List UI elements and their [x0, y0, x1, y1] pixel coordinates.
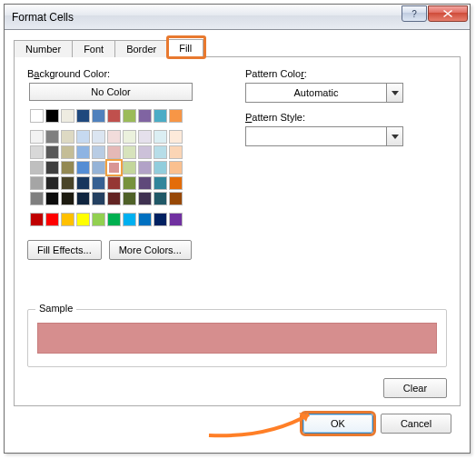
- dialog-footer: OK Cancel: [14, 406, 461, 443]
- color-swatch[interactable]: [138, 145, 152, 159]
- pattern-color-label: Pattern Color:: [245, 68, 447, 79]
- color-swatch[interactable]: [169, 130, 183, 144]
- color-swatch[interactable]: [107, 130, 121, 144]
- color-swatch[interactable]: [76, 130, 90, 144]
- color-swatch[interactable]: [169, 145, 183, 159]
- color-swatch[interactable]: [61, 109, 74, 123]
- pattern-color-value: Automatic: [246, 84, 386, 102]
- color-swatch[interactable]: [169, 213, 183, 226]
- color-swatch[interactable]: [138, 161, 152, 175]
- color-swatch[interactable]: [154, 145, 167, 159]
- sample-label: Sample: [35, 303, 76, 314]
- color-swatch[interactable]: [169, 109, 183, 123]
- color-swatch[interactable]: [76, 213, 90, 226]
- color-swatch[interactable]: [76, 109, 90, 123]
- color-swatch[interactable]: [123, 109, 136, 123]
- color-swatch[interactable]: [107, 213, 121, 226]
- color-swatch[interactable]: [30, 161, 44, 175]
- pattern-style-combo[interactable]: [245, 126, 403, 146]
- color-swatch[interactable]: [92, 145, 105, 159]
- color-swatch[interactable]: [92, 176, 105, 190]
- color-swatch[interactable]: [169, 161, 183, 175]
- color-swatch[interactable]: [30, 176, 44, 190]
- tab-panel-fill: Background Color: No Color Fill Effects.…: [14, 57, 461, 406]
- color-swatch[interactable]: [107, 145, 121, 159]
- color-swatch[interactable]: [123, 161, 136, 175]
- color-swatch[interactable]: [92, 213, 105, 226]
- color-swatch[interactable]: [92, 130, 105, 144]
- color-swatch[interactable]: [45, 161, 59, 175]
- color-swatch[interactable]: [154, 109, 167, 123]
- color-swatch[interactable]: [76, 192, 90, 205]
- color-swatch[interactable]: [138, 109, 152, 123]
- color-swatch[interactable]: [30, 192, 44, 205]
- color-swatch[interactable]: [154, 130, 167, 144]
- background-color-label: Background Color:: [27, 68, 218, 79]
- no-color-button[interactable]: No Color: [29, 83, 193, 101]
- color-swatch[interactable]: [138, 176, 152, 190]
- color-swatch[interactable]: [76, 176, 90, 190]
- sample-group: Sample: [27, 309, 447, 367]
- color-swatch[interactable]: [45, 176, 59, 190]
- pattern-color-combo[interactable]: Automatic: [245, 83, 403, 103]
- color-swatch[interactable]: [76, 145, 90, 159]
- color-swatch[interactable]: [30, 130, 44, 144]
- format-cells-dialog: Format Cells ? Number Font Border Fill B…: [4, 4, 471, 454]
- color-swatch[interactable]: [61, 161, 74, 175]
- tab-fill[interactable]: Fill: [168, 39, 203, 57]
- color-swatch[interactable]: [107, 109, 121, 123]
- color-swatch[interactable]: [76, 161, 90, 175]
- color-swatch[interactable]: [61, 130, 74, 144]
- tab-number[interactable]: Number: [14, 40, 73, 57]
- color-swatch[interactable]: [107, 161, 121, 175]
- color-swatch[interactable]: [61, 176, 74, 190]
- tab-font[interactable]: Font: [73, 40, 115, 57]
- color-swatch[interactable]: [123, 130, 136, 144]
- tab-border[interactable]: Border: [115, 40, 168, 57]
- color-swatch[interactable]: [92, 161, 105, 175]
- color-swatch[interactable]: [61, 145, 74, 159]
- color-swatch[interactable]: [45, 130, 59, 144]
- color-swatches: [29, 108, 218, 227]
- color-swatch[interactable]: [123, 176, 136, 190]
- chevron-down-icon[interactable]: [386, 84, 402, 102]
- more-colors-button[interactable]: More Colors...: [109, 240, 192, 260]
- color-swatch[interactable]: [123, 213, 136, 226]
- color-swatch[interactable]: [92, 192, 105, 205]
- color-swatch[interactable]: [138, 213, 152, 226]
- color-swatch[interactable]: [30, 213, 44, 226]
- color-swatch[interactable]: [154, 176, 167, 190]
- color-swatch[interactable]: [107, 176, 121, 190]
- help-button[interactable]: ?: [402, 5, 427, 22]
- color-swatch[interactable]: [61, 213, 74, 226]
- fill-effects-button[interactable]: Fill Effects...: [27, 240, 102, 260]
- pattern-style-label: Pattern Style:: [245, 112, 447, 123]
- color-swatch[interactable]: [45, 192, 59, 205]
- color-swatch[interactable]: [138, 130, 152, 144]
- sample-preview: [37, 323, 437, 354]
- ok-button[interactable]: OK: [302, 414, 373, 434]
- color-swatch[interactable]: [154, 213, 167, 226]
- color-swatch[interactable]: [45, 145, 59, 159]
- color-swatch[interactable]: [154, 161, 167, 175]
- window-buttons: ?: [401, 5, 470, 29]
- close-icon: [443, 10, 452, 17]
- close-button[interactable]: [428, 5, 468, 22]
- color-swatch[interactable]: [169, 192, 183, 205]
- color-swatch[interactable]: [92, 109, 105, 123]
- color-swatch[interactable]: [45, 109, 59, 123]
- color-swatch[interactable]: [169, 176, 183, 190]
- color-swatch[interactable]: [154, 192, 167, 205]
- color-swatch[interactable]: [138, 192, 152, 205]
- cancel-button[interactable]: Cancel: [381, 414, 451, 434]
- color-swatch[interactable]: [30, 109, 44, 123]
- color-swatch[interactable]: [30, 145, 44, 159]
- color-swatch[interactable]: [123, 192, 136, 205]
- color-swatch[interactable]: [45, 213, 59, 226]
- clear-button[interactable]: Clear: [383, 378, 447, 398]
- color-swatch[interactable]: [107, 192, 121, 205]
- color-swatch[interactable]: [123, 145, 136, 159]
- chevron-down-icon[interactable]: [386, 127, 402, 145]
- titlebar: Format Cells ?: [5, 5, 470, 30]
- color-swatch[interactable]: [61, 192, 74, 205]
